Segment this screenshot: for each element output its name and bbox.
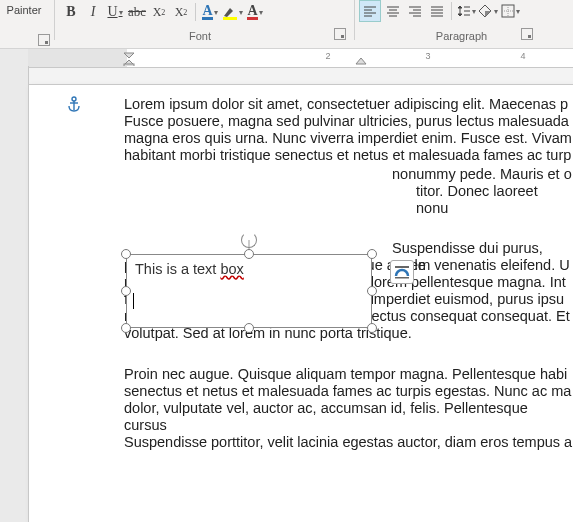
tab-stop-icon[interactable] xyxy=(355,56,367,66)
resize-handle-ne[interactable] xyxy=(367,249,377,259)
svg-rect-0 xyxy=(223,17,237,20)
resize-handle-n[interactable] xyxy=(244,249,254,259)
textbox-text[interactable]: This is a text xyxy=(135,261,220,277)
resize-handle-se[interactable] xyxy=(367,323,377,333)
layout-options-button[interactable] xyxy=(390,260,414,284)
ruler-tick: 3 xyxy=(425,51,430,61)
justify-button[interactable] xyxy=(427,1,447,21)
paragraph[interactable]: Lorem ipsum dolor sit amet, consectetuer… xyxy=(124,96,573,164)
clipboard-dialog-launcher-icon[interactable] xyxy=(38,34,50,46)
vertical-ruler[interactable] xyxy=(0,66,29,522)
separator xyxy=(195,3,196,21)
align-right-button[interactable] xyxy=(405,1,425,21)
italic-button[interactable]: I xyxy=(83,2,103,22)
separator xyxy=(451,2,452,20)
font-group-label: Font xyxy=(50,30,350,42)
resize-handle-sw[interactable] xyxy=(121,323,131,333)
ruler-margin xyxy=(28,49,127,67)
subscript-button[interactable]: X2 xyxy=(149,2,169,22)
underline-button[interactable]: U▾ xyxy=(105,2,125,22)
line-spacing-button[interactable]: ▾ xyxy=(456,1,476,21)
align-center-button[interactable] xyxy=(383,1,403,21)
superscript-button[interactable]: X2 xyxy=(171,2,191,22)
resize-handle-e[interactable] xyxy=(367,286,377,296)
svg-marker-26 xyxy=(356,58,366,64)
resize-handle-s[interactable] xyxy=(244,323,254,333)
font-color-button[interactable]: A▾ xyxy=(245,2,265,22)
ruler-tick: 4 xyxy=(520,51,525,61)
paragraph-fragment[interactable]: nonummy pede. Mauris et o xyxy=(392,166,572,183)
paragraph-fragment[interactable]: titor. Donec laoreet nonu xyxy=(416,183,573,217)
resize-handle-w[interactable] xyxy=(121,286,131,296)
ribbon: B I U▾ abc X2 X2 A▾ ▾ A▾ xyxy=(0,0,573,49)
horizontal-ruler[interactable]: 1 2 3 4 xyxy=(0,49,573,68)
align-left-button[interactable] xyxy=(359,0,381,22)
textbox[interactable]: This is a text box xyxy=(126,254,372,328)
borders-button[interactable]: ▾ xyxy=(500,1,520,21)
spellcheck-word[interactable]: box xyxy=(220,261,243,277)
font-dialog-launcher-icon[interactable] xyxy=(334,28,346,40)
shading-button[interactable]: ▾ xyxy=(478,1,498,21)
paragraph-dialog-launcher-icon[interactable] xyxy=(521,28,533,40)
paragraph-group-label: Paragraph xyxy=(350,30,573,42)
format-painter-label[interactable]: Painter xyxy=(0,4,48,16)
anchor-icon xyxy=(66,96,82,115)
svg-rect-31 xyxy=(395,277,409,279)
highlight-button[interactable]: ▾ xyxy=(222,2,243,22)
svg-rect-25 xyxy=(124,64,134,66)
ruler-tick: 2 xyxy=(325,51,330,61)
font-color-effects-button[interactable]: A▾ xyxy=(200,2,220,22)
svg-marker-23 xyxy=(124,53,134,58)
strikethrough-button[interactable]: abc xyxy=(127,2,147,22)
ruler-corner xyxy=(0,49,29,67)
bold-button[interactable]: B xyxy=(61,2,81,22)
text-caret xyxy=(133,293,134,309)
svg-rect-30 xyxy=(395,266,409,268)
resize-handle-nw[interactable] xyxy=(121,249,131,259)
svg-point-27 xyxy=(72,97,76,101)
first-line-indent-icon[interactable] xyxy=(123,52,135,66)
textbox-selection[interactable]: This is a text box xyxy=(126,254,372,328)
rotation-handle-icon[interactable] xyxy=(241,232,257,248)
paragraph[interactable]: Proin nec augue. Quisque aliquam tempor … xyxy=(124,366,573,452)
